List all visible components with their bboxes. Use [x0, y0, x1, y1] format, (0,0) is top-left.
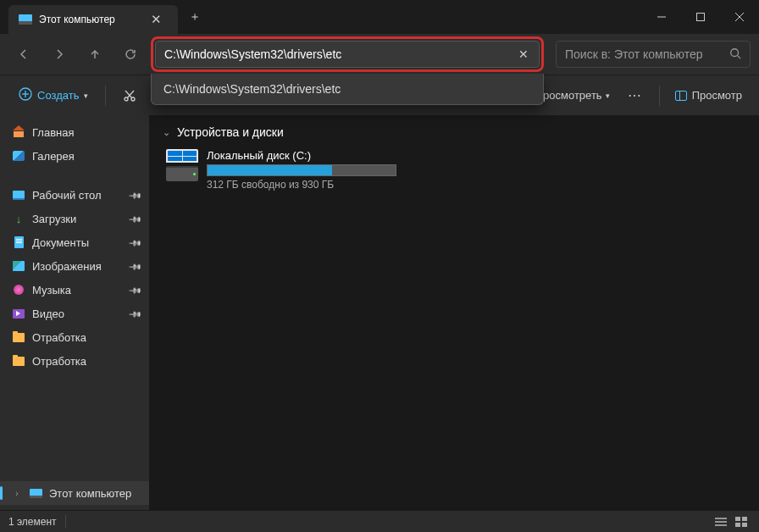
pin-icon: 📌 [129, 188, 142, 202]
chevron-down-icon: ▾ [84, 91, 88, 100]
sidebar-item-label: Загрузки [32, 213, 124, 225]
navigation-bar: ✕ C:\Windows\System32\drivers\etc Поиск … [0, 34, 759, 75]
file-explorer-window: Этот компьютер ✕ ＋ ✕ C:\Windows\System32… [0, 0, 759, 532]
address-input[interactable] [164, 47, 512, 61]
folder-icon [12, 330, 25, 344]
back-button[interactable] [8, 39, 39, 69]
svg-rect-18 [735, 523, 740, 527]
preview-pane-button[interactable]: Просмотр [668, 86, 749, 105]
svg-rect-16 [735, 517, 740, 521]
monitor-icon [19, 14, 32, 25]
minimize-button[interactable] [642, 0, 681, 34]
pc-icon [29, 486, 42, 500]
tiles-view-button[interactable] [732, 514, 751, 529]
svg-line-5 [738, 55, 741, 58]
sidebar-item-label: Галерея [32, 150, 141, 163]
search-placeholder: Поиск в: Этот компьютер [565, 47, 729, 61]
group-header-devices[interactable]: ⌄ Устройства и диски [163, 122, 745, 142]
home-icon [12, 125, 25, 139]
sidebar-item-home[interactable]: Главная [0, 120, 149, 144]
pin-icon: 📌 [129, 307, 142, 320]
separator [659, 86, 660, 106]
sidebar-item-doc[interactable]: Документы📌 [0, 230, 149, 254]
sidebar-item-folder[interactable]: Отработка [0, 349, 149, 373]
drive-usage-bar [207, 164, 396, 176]
sidebar-item-label: Главная [32, 126, 141, 139]
sidebar-item-label: Изображения [32, 260, 124, 273]
window-controls [642, 0, 759, 34]
separator [105, 86, 106, 106]
chevron-down-icon: ⌄ [163, 127, 170, 138]
search-icon [729, 47, 741, 62]
sidebar-item-folder[interactable]: Отработка [0, 325, 149, 349]
expand-icon: › [12, 489, 22, 498]
sidebar-item-label: Отработка [32, 355, 141, 368]
gallery-icon [12, 149, 25, 163]
navigation-sidebar: ГлавнаяГалереяРабочий стол📌↓Загрузки📌Док… [0, 115, 149, 510]
status-bar: 1 элемент [0, 510, 759, 532]
search-bar[interactable]: Поиск в: Этот компьютер [556, 41, 751, 68]
pin-icon: 📌 [129, 212, 142, 225]
plus-circle-icon [19, 87, 32, 103]
group-title: Устройства и диски [177, 125, 284, 139]
close-tab-button[interactable]: ✕ [144, 8, 168, 31]
more-button[interactable]: ⋯ [620, 80, 651, 111]
music-icon [12, 283, 25, 296]
drive-icon [166, 149, 198, 181]
chevron-down-icon: ▾ [606, 91, 610, 100]
close-window-button[interactable] [720, 0, 759, 34]
sidebar-item-label: Рабочий стол [32, 189, 124, 202]
address-autocomplete: C:\Windows\System32\drivers\etc [151, 74, 544, 105]
sidebar-item-gallery[interactable]: Галерея [0, 144, 149, 168]
sidebar-item-download[interactable]: ↓Загрузки📌 [0, 207, 149, 230]
preview-pane-icon [675, 91, 687, 101]
desktop-icon [12, 188, 25, 202]
sidebar-item-label: Отработка [32, 331, 141, 344]
img-icon [12, 259, 25, 273]
maximize-button[interactable] [681, 0, 720, 34]
sidebar-item-label: Этот компьютер [49, 487, 141, 500]
tab-this-pc[interactable]: Этот компьютер ✕ [8, 5, 178, 34]
sidebar-item-pc[interactable]: ›Этот компьютер [0, 481, 149, 505]
sidebar-item-music[interactable]: Музыка📌 [0, 278, 149, 302]
sidebar-item-video[interactable]: Видео📌 [0, 302, 149, 325]
pin-icon: 📌 [129, 259, 142, 273]
sidebar-item-label: Документы [32, 236, 124, 249]
svg-rect-17 [742, 517, 747, 521]
sidebar-item-img[interactable]: Изображения📌 [0, 254, 149, 278]
refresh-button[interactable] [115, 39, 146, 69]
doc-icon [12, 236, 25, 249]
drive-name: Локальный диск (C:) [207, 149, 396, 162]
drive-item[interactable]: Локальный диск (C:)312 ГБ свободно из 93… [163, 142, 400, 197]
drive-free-text: 312 ГБ свободно из 930 ГБ [207, 179, 396, 191]
view-toggle [712, 514, 751, 529]
details-view-button[interactable] [712, 514, 730, 529]
new-tab-button[interactable]: ＋ [178, 0, 212, 34]
sidebar-item-label: Музыка [32, 284, 124, 296]
address-highlight: ✕ [151, 36, 544, 72]
drive-info: Локальный диск (C:)312 ГБ свободно из 93… [207, 149, 396, 191]
separator [65, 515, 66, 529]
svg-rect-1 [697, 14, 705, 21]
pin-icon: 📌 [129, 283, 142, 296]
download-icon: ↓ [12, 212, 25, 225]
address-bar-container: ✕ C:\Windows\System32\drivers\etc [151, 36, 544, 72]
clear-address-button[interactable]: ✕ [512, 42, 535, 66]
new-button[interactable]: Создать ▾ [10, 84, 97, 107]
cut-button[interactable] [114, 80, 145, 111]
tab-title: Этот компьютер [39, 14, 115, 25]
sidebar-item-label: Видео [32, 308, 124, 320]
autocomplete-item[interactable]: C:\Windows\System32\drivers\etc [152, 74, 543, 104]
titlebar: Этот компьютер ✕ ＋ [0, 0, 759, 34]
video-icon [12, 307, 25, 320]
folder-icon [12, 354, 25, 368]
pin-icon: 📌 [129, 236, 142, 249]
svg-rect-19 [742, 523, 747, 527]
address-bar[interactable]: ✕ [155, 41, 540, 68]
new-label: Создать [37, 89, 79, 102]
forward-button[interactable] [44, 39, 75, 69]
sidebar-item-desktop[interactable]: Рабочий стол📌 [0, 183, 149, 207]
up-button[interactable] [80, 39, 110, 69]
content-pane: ⌄ Устройства и диски Локальный диск (C:)… [149, 115, 759, 510]
svg-point-4 [731, 48, 739, 56]
